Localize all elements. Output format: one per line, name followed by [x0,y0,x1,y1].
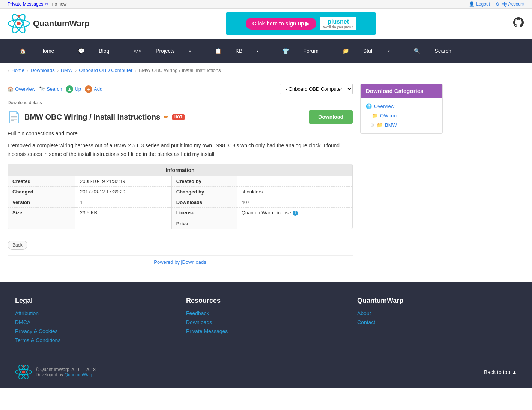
folder-icon-bmw: 📁 [377,122,383,128]
footer-qw: QuantumWarp About Contact [357,297,517,346]
created-label: Created [8,176,75,187]
folder-icon-qwcrm: 📁 [372,113,378,118]
created-value: 2008-10-19 21:32:19 [75,176,171,187]
banner-cta-button[interactable]: Click here to sign up ▶ [246,18,317,30]
created-by-label: Created by [171,176,237,187]
size-value: 23.5 KB [75,208,171,218]
footer-qw-link[interactable]: QuantumWarp [65,372,94,377]
breadcrumb-obd[interactable]: Onboard OBD Computer [79,67,132,73]
sidebar-item-qwcrm[interactable]: 📁 QWcrm [364,111,439,120]
projects-icon: </> [127,44,147,58]
toolbar-search[interactable]: 🔭 Search [39,86,62,92]
add-icon: + [85,85,92,93]
footer-developed-by: Developed by QuantumWarp [36,372,96,377]
created-by-value [237,176,352,187]
user-icon: 👤 [469,1,475,7]
empty-label [8,218,75,229]
main-wrapper: 🏠 Overview 🔭 Search ▲ Up + Add - Onboard… [0,78,450,274]
price-label: Price [171,218,237,229]
edit-icon: ✏ [164,114,168,120]
version-value: 1 [75,197,171,208]
footer-logo: © QuantumWarp 2016 – 2018 Developed by Q… [15,364,96,380]
banner: Click here to sign up ▶ plusnet We'll do… [97,12,505,35]
breadcrumb-bmw[interactable]: BMW [61,67,73,73]
my-account-link[interactable]: ⚙ My Account [496,1,524,7]
sidebar-item-overview[interactable]: 🌐 Overview [364,102,439,111]
toolbar: 🏠 Overview 🔭 Search ▲ Up + Add - Onboard… [8,84,353,94]
breadcrumb-downloads[interactable]: Downloads [30,67,54,73]
footer-downloads[interactable]: Downloads [186,319,346,325]
sidebar-content: 🌐 Overview 📁 QWcrm ⊞ 📁 BMW [361,98,442,133]
kb-dropdown-icon: ▾ [251,45,264,58]
license-value: QuantumWarp License i [237,208,352,218]
gear-icon: ⚙ [496,1,500,7]
main-content: 🏠 Overview 🔭 Search ▲ Up + Add - Onboard… [8,84,353,269]
document-icon: 📄 [8,111,21,123]
description-1: Full pin connections and more. [8,129,353,138]
nav-projects[interactable]: </> Projects ▾ [121,39,203,63]
private-messages-link[interactable]: Private Messages ✉ [8,1,48,7]
footer-copyright-block: © QuantumWarp 2016 – 2018 Developed by Q… [36,367,96,377]
powered-by: Powered by jDownloads [8,255,353,269]
overview-icon: 🏠 [8,86,14,92]
footer-copyright: © QuantumWarp 2016 – 2018 [36,367,96,372]
footer-terms[interactable]: Terms & Conditions [15,337,175,343]
logout-link[interactable]: 👤 Logout [469,1,490,7]
logo-link[interactable]: QuantumWarp [8,12,90,35]
sidebar-item-bmw[interactable]: ⊞ 📁 BMW [364,120,439,130]
download-button[interactable]: Download [309,110,353,124]
toolbar-up[interactable]: ▲ Up [66,85,81,93]
toolbar-add[interactable]: + Add [85,85,102,93]
table-row: Changed 2017-03-12 17:39:20 Changed by s… [8,187,352,197]
toolbar-overview[interactable]: 🏠 Overview [8,86,35,92]
footer-dmca[interactable]: DMCA [15,319,175,325]
forum-icon: 👕 [277,43,295,58]
logo-icon [8,12,30,35]
footer-attribution[interactable]: Attribution [15,310,175,316]
footer-about[interactable]: About [357,310,517,316]
banner-image: Click here to sign up ▶ plusnet We'll do… [226,12,376,35]
stuff-icon: 📁 [337,43,355,58]
nav-forum[interactable]: 👕 Forum [271,39,330,63]
github-icon[interactable] [512,16,524,31]
category-select[interactable]: - Onboard OBD Computer [280,84,353,94]
breadcrumb-home[interactable]: Home [11,67,24,73]
legal-title: Legal [15,297,175,305]
footer-privacy[interactable]: Privacy & Cookies [15,328,175,334]
hot-badge: HOT [172,114,185,120]
toolbar-right: - Onboard OBD Computer [280,84,353,94]
table-row: Size 23.5 KB License QuantumWarp License… [8,208,352,218]
nav-search[interactable]: 🔍 Search [402,39,463,63]
back-button[interactable]: Back [8,241,27,250]
svg-point-3 [17,22,21,25]
nav-kb[interactable]: 📋 KB ▾ [203,39,271,63]
projects-dropdown-icon: ▾ [183,45,197,58]
download-title-text: BMW OBC Wiring / Install Instructions [24,113,160,121]
nav-stuff[interactable]: 📁 Stuff ▾ [331,39,402,63]
breadcrumb-current: BMW OBC Wiring / Install Instructions [139,67,221,73]
description-2: I removed a complete wiring harness out … [8,141,353,158]
footer-private-messages[interactable]: Private Messages [186,328,346,334]
license-info-icon[interactable]: i [293,211,298,216]
info-table-header: Information [8,164,352,176]
footer-bottom: © QuantumWarp 2016 – 2018 Developed by Q… [15,358,517,380]
kb-icon: 📋 [209,43,227,58]
footer-feedback[interactable]: Feedback [186,310,346,316]
up-icon: ▲ [66,85,73,93]
svg-point-8 [22,371,25,374]
footer-logo-icon [15,364,32,380]
back-to-top[interactable]: Back to top ▲ [484,369,517,375]
blog-icon: 💬 [72,43,90,58]
header: QuantumWarp Click here to sign up ▶ plus… [0,9,532,39]
nav-blog[interactable]: 💬 Blog [66,39,121,63]
footer-grid: Legal Attribution DMCA Privacy & Cookies… [15,297,517,346]
overview-globe-icon: 🌐 [366,103,372,109]
powered-by-link[interactable]: Powered by jDownloads [154,259,206,265]
nav-home[interactable]: 🏠 Home [8,39,66,63]
top-bar: Private Messages ✉ no new 👤 Logout ⚙ My … [0,0,532,9]
footer-contact[interactable]: Contact [357,319,517,325]
price-value [237,218,352,229]
empty-value [75,218,171,229]
arrow-up-icon: ▲ [512,369,517,375]
search-icon: 🔍 [408,43,426,58]
